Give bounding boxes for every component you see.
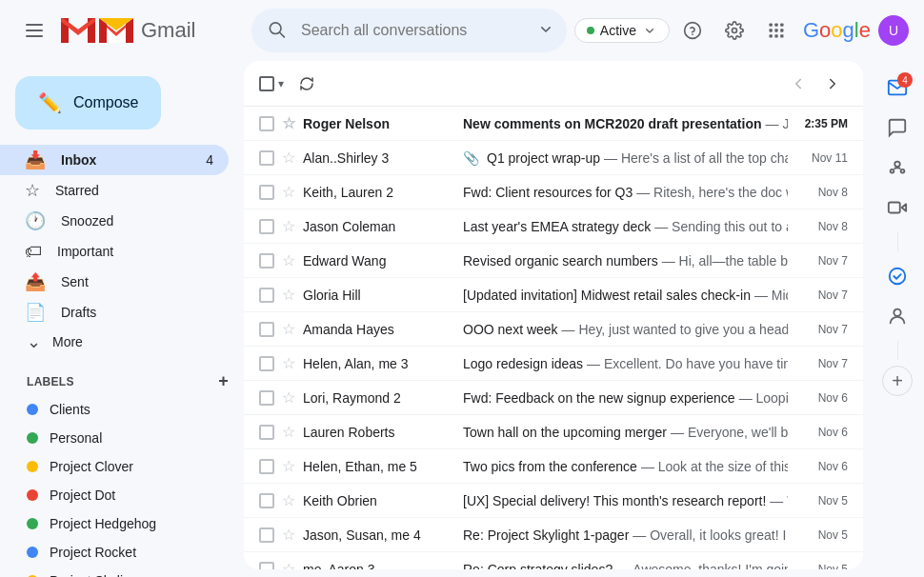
email-time: Nov 7	[795, 254, 848, 268]
select-all-checkbox[interactable]	[259, 76, 274, 91]
row-checkbox[interactable]	[259, 150, 274, 166]
contacts-icon-button[interactable]	[878, 297, 916, 335]
menu-button[interactable]	[15, 11, 53, 50]
table-row[interactable]: ☆ Roger Nelson New comments on MCR2020 d…	[244, 107, 863, 141]
table-row[interactable]: ☆ Lori, Raymond 2 Fwd: Feedback on the n…	[244, 381, 863, 415]
row-checkbox[interactable]	[259, 390, 274, 406]
active-status[interactable]: Active	[574, 18, 670, 43]
sidebar-item-snoozed[interactable]: 🕐 Snoozed	[0, 206, 229, 236]
star-icon[interactable]: ☆	[282, 251, 295, 269]
row-checkbox[interactable]	[259, 356, 274, 371]
star-icon[interactable]: ☆	[282, 560, 295, 569]
chat-icon-button[interactable]	[878, 109, 916, 147]
table-row[interactable]: ☆ Alan..Shirley 3 📎 Q1 project wrap-up —…	[244, 141, 863, 175]
table-row[interactable]: ☆ Keith Obrien [UX] Special delivery! Th…	[244, 484, 863, 518]
table-row[interactable]: ☆ Jason, Susan, me 4 Re: Project Skyligh…	[244, 518, 863, 552]
star-icon[interactable]: ☆	[282, 354, 295, 372]
star-icon[interactable]: ☆	[282, 320, 295, 338]
tasks-icon-button[interactable]	[878, 257, 916, 295]
table-row[interactable]: ☆ Lauren Roberts Town hall on the upcomi…	[244, 415, 863, 449]
labels-add-button[interactable]: +	[218, 371, 229, 391]
table-row[interactable]: ☆ me, Aaron 3 Re: Corp strategy slides? …	[244, 552, 863, 569]
search-dropdown-icon[interactable]	[536, 20, 555, 42]
row-checkbox[interactable]	[259, 322, 274, 337]
email-snippet: — Look at the size of this crowd! We're …	[641, 459, 788, 474]
star-icon[interactable]: ☆	[282, 457, 295, 475]
table-row[interactable]: ☆ Helen, Ethan, me 5 Two pics from the c…	[244, 449, 863, 484]
row-checkbox[interactable]	[259, 425, 274, 440]
label-name-project-rocket: Project Rocket	[50, 545, 136, 560]
prev-page-button[interactable]	[783, 69, 814, 99]
sidebar-item-inbox[interactable]: 📥 Inbox 4	[0, 145, 229, 175]
select-dropdown-icon[interactable]: ▾	[278, 77, 284, 90]
label-item-project-clover[interactable]: Project Clover	[0, 452, 229, 481]
sidebar-more-item[interactable]: ⌄ More	[0, 328, 229, 356]
sidebar-item-starred[interactable]: ☆ Starred	[0, 175, 229, 206]
row-checkbox[interactable]	[259, 527, 274, 543]
mail-icon-button[interactable]: 4	[878, 69, 916, 107]
avatar[interactable]: U	[878, 15, 909, 46]
row-checkbox[interactable]	[259, 116, 274, 131]
star-icon[interactable]: ☆	[282, 423, 295, 441]
search-input[interactable]	[251, 9, 567, 52]
label-dot-project-rocket	[27, 547, 38, 558]
row-checkbox[interactable]	[259, 562, 274, 570]
meet-icon-button[interactable]	[878, 189, 916, 227]
star-icon[interactable]: ☆	[282, 217, 295, 235]
main: ✏️ Compose 📥 Inbox 4 ☆ Starred 🕐 Snoozed…	[0, 61, 924, 577]
email-subject: Last year's EMEA strategy deck	[463, 219, 651, 234]
svg-rect-19	[780, 29, 783, 31]
row-checkbox[interactable]	[259, 493, 274, 508]
label-item-clients[interactable]: Clients	[0, 395, 229, 424]
star-icon[interactable]: ☆	[282, 388, 295, 407]
email-snippet: — Ritesh, here's the doc with all the cl…	[636, 185, 788, 200]
table-row[interactable]: ☆ Amanda Hayes OOO next week — Hey, just…	[244, 312, 863, 347]
help-button[interactable]	[673, 11, 712, 50]
email-time: Nov 5	[795, 528, 848, 542]
sidebar-item-sent[interactable]: 📤 Sent	[0, 267, 229, 297]
email-subject-snippet: Fwd: Feedback on the new signup experien…	[463, 390, 788, 406]
email-subject: Two pics from the conference	[463, 459, 637, 474]
row-checkbox[interactable]	[259, 185, 274, 200]
star-icon[interactable]: ☆	[282, 183, 295, 201]
label-item-project-hedgehog[interactable]: Project Hedgehog	[0, 509, 229, 538]
label-item-project-dot[interactable]: Project Dot	[0, 481, 229, 509]
next-page-button[interactable]	[817, 69, 848, 99]
star-icon[interactable]: ☆	[282, 149, 295, 167]
star-icon[interactable]: ☆	[282, 286, 295, 304]
sidebar-item-important[interactable]: 🏷 Important	[0, 236, 229, 267]
email-subject-snippet: [UX] Special delivery! This month's rese…	[463, 493, 788, 508]
table-row[interactable]: ☆ Gloria Hill [Updated invitation] Midwe…	[244, 278, 863, 312]
table-row[interactable]: ☆ Edward Wang Revised organic search num…	[244, 244, 863, 278]
email-sender: Gloria Hill	[303, 288, 455, 303]
email-time: Nov 5	[795, 494, 848, 507]
nav-arrows	[783, 69, 848, 99]
add-icon-button[interactable]: +	[882, 366, 913, 396]
label-item-project-skyline[interactable]: Project Skyline	[0, 567, 229, 577]
active-dot	[587, 27, 594, 34]
refresh-button[interactable]	[291, 69, 322, 99]
table-row[interactable]: ☆ Keith, Lauren 2 Fwd: Client resources …	[244, 175, 863, 209]
label-item-personal[interactable]: Personal	[0, 424, 229, 452]
svg-rect-15	[774, 24, 777, 27]
table-row[interactable]: ☆ Helen, Alan, me 3 Logo redesign ideas …	[244, 347, 863, 381]
email-subject: OOO next week	[463, 322, 558, 337]
nav-label-inbox: Inbox	[61, 152, 96, 168]
spaces-icon-button[interactable]	[878, 149, 916, 187]
star-icon[interactable]: ☆	[282, 491, 295, 509]
label-item-project-rocket[interactable]: Project Rocket	[0, 538, 229, 567]
settings-button[interactable]	[715, 11, 753, 50]
apps-button[interactable]	[757, 11, 795, 50]
table-row[interactable]: ☆ Jason Coleman Last year's EMEA strateg…	[244, 209, 863, 244]
email-subject: Fwd: Feedback on the new signup experien…	[463, 390, 735, 406]
nav-icon-important: 🏷	[25, 242, 42, 262]
star-icon[interactable]: ☆	[282, 526, 295, 544]
email-snippet: — Hey, just wanted to give you a heads-u…	[562, 322, 788, 337]
row-checkbox[interactable]	[259, 288, 274, 303]
row-checkbox[interactable]	[259, 459, 274, 474]
compose-button[interactable]: ✏️ Compose	[15, 76, 161, 129]
row-checkbox[interactable]	[259, 253, 274, 269]
sidebar-item-drafts[interactable]: 📄 Drafts	[0, 297, 229, 328]
row-checkbox[interactable]	[259, 219, 274, 234]
star-icon[interactable]: ☆	[282, 114, 295, 132]
